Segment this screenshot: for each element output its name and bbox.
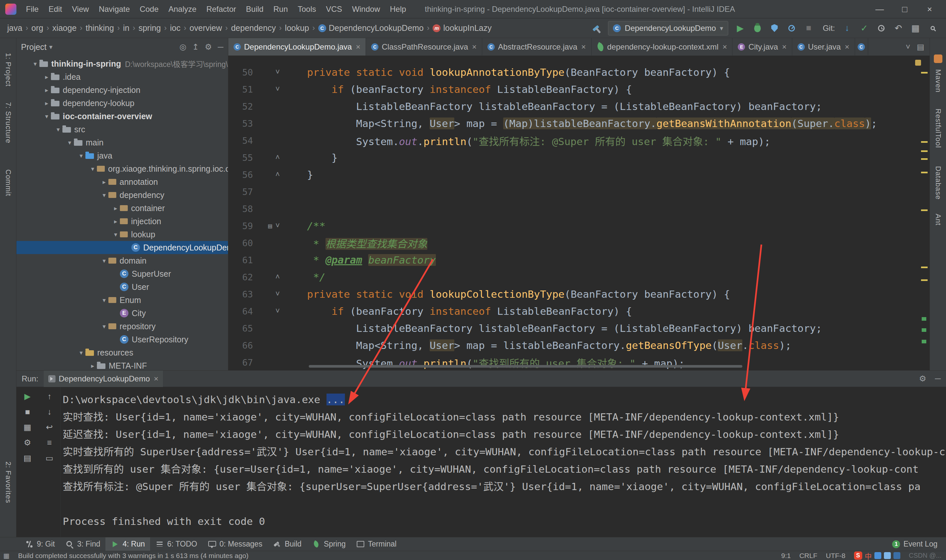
locate-file-icon[interactable]: ◎ [179, 42, 186, 52]
breadcrumb-thinking[interactable]: thinking [85, 23, 115, 33]
menu-build[interactable]: Build [241, 0, 268, 18]
tree-item-dependencylookupdemo[interactable]: CDependencyLookupDemo [17, 241, 228, 254]
editor-tab-user-java[interactable]: CUser.java× [792, 38, 855, 55]
doc-render-icon[interactable]: ▤ [268, 222, 272, 230]
close-icon[interactable]: × [154, 374, 158, 383]
tool-window-button-spring[interactable]: Spring [307, 537, 351, 551]
tool-window-button-4-run[interactable]: 4: Run [105, 537, 150, 551]
tool-window-button-6-todo[interactable]: 6: TODO [150, 537, 202, 551]
editor-tab-partial[interactable]: C [855, 38, 868, 55]
editor-tab-dependency-lookup-context-xml[interactable]: dependency-lookup-context.xml× [592, 38, 733, 55]
breadcrumb-in[interactable]: in [122, 23, 131, 33]
tree-item-user[interactable]: CUser [17, 280, 228, 294]
tree-item-org-xiaoge-thinking-in-spring-ioc-over[interactable]: ▾org.xiaoge.thinking.in.spring.ioc.over [17, 162, 228, 175]
event-log-button[interactable]: 1 Event Log [892, 540, 946, 549]
editor-tab-dependencylookupdemo-java[interactable]: CDependencyLookupDemo.java× [228, 38, 366, 55]
restore-layout-button[interactable]: ▦ [17, 423, 39, 432]
tree-item-thinking-in-spring[interactable]: ▾thinking-in-springD:\workspace\极客学习\spr… [17, 57, 228, 70]
tree-item-lookup[interactable]: ▾lookup [17, 228, 228, 241]
tool-window-button-9-git[interactable]: 9: Git [20, 537, 60, 551]
profiler-button[interactable] [787, 25, 797, 32]
line-separator[interactable]: CRLF [799, 552, 817, 560]
tree-item-injection[interactable]: ▸injection [17, 215, 228, 228]
inspection-indicator[interactable] [915, 60, 921, 66]
gear-icon[interactable]: ⚙ [205, 42, 212, 52]
run-tab[interactable]: DependencyLookupDemo × [44, 371, 163, 387]
tree-item-dependency-injection[interactable]: ▸dependency-injection [17, 83, 228, 97]
history-button[interactable] [877, 25, 886, 32]
tool-window-button-0-messages[interactable]: 0: Messages [202, 537, 267, 551]
build-hammer-icon[interactable] [591, 27, 601, 29]
tool-button-restfultool[interactable]: RestfulTool [934, 109, 942, 148]
tree-item-dependency-lookup[interactable]: ▸dependency-lookup [17, 97, 228, 110]
breadcrumb-dependency[interactable]: dependency [230, 23, 277, 33]
tree-item-repository[interactable]: ▾repository [17, 320, 228, 333]
code-editor[interactable]: 50˅ private static void lookupAnnotation… [228, 56, 929, 370]
settings-button[interactable]: ⚙ [17, 438, 39, 448]
clear-all-button[interactable]: ▭ [39, 453, 60, 463]
tree-item-container[interactable]: ▸container [17, 202, 228, 215]
print-button[interactable]: ▤ [17, 453, 39, 463]
maven-icon[interactable] [934, 54, 942, 63]
run-button[interactable]: ▶ [735, 23, 745, 34]
tree-item-java[interactable]: ▾java [17, 149, 228, 162]
tree-item-main[interactable]: ▾main [17, 136, 228, 149]
menu-file[interactable]: File [21, 0, 44, 18]
rerun-button[interactable]: ▶ [17, 392, 39, 401]
menu-navigate[interactable]: Navigate [94, 0, 135, 18]
tool-button-database[interactable]: Database [934, 166, 942, 200]
breadcrumb-spring[interactable]: spring [137, 23, 162, 33]
tree-item-superuser[interactable]: CSuperUser [17, 267, 228, 280]
run-config-select[interactable]: C DependencyLookupDemo ▾ [608, 21, 728, 35]
tree-item-src[interactable]: ▾src [17, 123, 228, 136]
console-output[interactable]: D:\workspace\devtools\jdk\jdk\bin\java.e… [61, 387, 946, 537]
breadcrumb-java[interactable]: java [6, 23, 24, 33]
tool-window-button-build[interactable]: Build [268, 537, 307, 551]
fold-open-icon[interactable]: ˅ [275, 221, 280, 231]
tool-button-commit[interactable]: Commit [4, 169, 12, 196]
menu-run[interactable]: Run [268, 0, 293, 18]
menu-view[interactable]: View [67, 0, 94, 18]
close-icon[interactable]: × [845, 42, 849, 52]
maximize-button[interactable]: □ [892, 0, 917, 18]
tool-window-button-3-find[interactable]: 3: Find [60, 537, 105, 551]
tree-item-ioc-container-overview[interactable]: ▾ioc-container-overview [17, 110, 228, 123]
up-stack-trace-button[interactable]: ↑ [39, 392, 60, 401]
close-icon[interactable]: × [472, 42, 477, 52]
tool-button-7-structure[interactable]: 7: Structure [4, 102, 12, 143]
menu-code[interactable]: Code [135, 0, 163, 18]
fold-open-icon[interactable]: ˅ [275, 85, 280, 94]
split-editor-icon[interactable]: ▤ [917, 42, 924, 52]
tree-item-userrepository[interactable]: CUserRepository [17, 333, 228, 346]
search-icon[interactable] [928, 26, 937, 30]
debug-button[interactable] [752, 24, 763, 32]
file-encoding[interactable]: UTF-8 [826, 552, 846, 560]
close-icon[interactable]: × [581, 42, 586, 52]
breadcrumb-overview[interactable]: overview [188, 23, 223, 33]
tool-window-button-terminal[interactable]: Terminal [351, 537, 402, 551]
stop-button[interactable]: ■ [17, 407, 39, 417]
gear-icon[interactable]: ⚙ [919, 374, 926, 383]
fold-open-icon[interactable]: ˅ [275, 306, 280, 316]
close-icon[interactable]: × [722, 42, 727, 52]
tree-item-enum[interactable]: ▾Enum [17, 294, 228, 306]
hide-panel-icon[interactable]: ─ [935, 374, 941, 383]
breadcrumb-lookup[interactable]: lookup [283, 23, 310, 33]
editor-tab-classpathresource-java[interactable]: CClassPathResource.java× [366, 38, 482, 55]
tool-button-1-project[interactable]: 1: Project [4, 53, 12, 87]
tree-item-city[interactable]: ECity [17, 306, 228, 320]
vcs-update-button[interactable]: ↓ [842, 23, 852, 33]
menu-refactor[interactable]: Refactor [201, 0, 241, 18]
breadcrumb-dependencylookupdemo[interactable]: CDependencyLookupDemo [317, 23, 425, 33]
toolwindow-switcher-icon[interactable]: ▦ [3, 552, 9, 560]
close-icon[interactable]: × [356, 42, 361, 52]
tree-item-annotation[interactable]: ▸annotation [17, 175, 228, 188]
fold-close-icon[interactable]: ˄ [275, 170, 280, 179]
editor-tab-city-java[interactable]: ECity.java× [732, 38, 792, 55]
menu-help[interactable]: Help [385, 0, 411, 18]
tree-item-idea[interactable]: ▸.idea [17, 70, 228, 83]
menu-vcs[interactable]: VCS [321, 0, 347, 18]
collapse-all-icon[interactable]: ↥ [192, 42, 199, 52]
layout-icon[interactable]: ▦ [911, 23, 920, 34]
menu-window[interactable]: Window [347, 0, 385, 18]
